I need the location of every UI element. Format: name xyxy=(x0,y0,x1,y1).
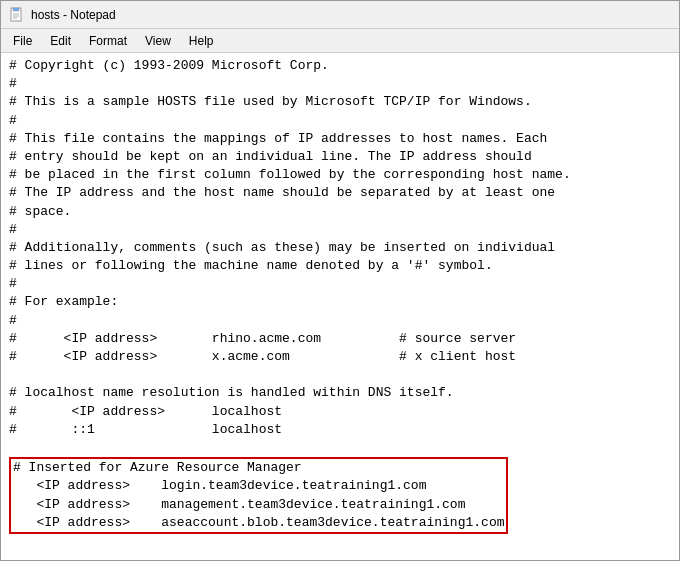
notepad-window: hosts - Notepad File Edit Format View He… xyxy=(0,0,680,561)
menu-file[interactable]: File xyxy=(5,32,40,50)
svg-rect-1 xyxy=(13,8,19,11)
window-title: hosts - Notepad xyxy=(31,8,116,22)
notepad-icon xyxy=(9,7,25,23)
menu-edit[interactable]: Edit xyxy=(42,32,79,50)
menu-bar: File Edit Format View Help xyxy=(1,29,679,53)
text-body: # Copyright (c) 1993-2009 Microsoft Corp… xyxy=(9,57,671,534)
highlighted-block: # Inserted for Azure Resource Manager <I… xyxy=(9,457,508,534)
text-editor[interactable]: # Copyright (c) 1993-2009 Microsoft Corp… xyxy=(1,53,679,560)
menu-format[interactable]: Format xyxy=(81,32,135,50)
menu-view[interactable]: View xyxy=(137,32,179,50)
menu-help[interactable]: Help xyxy=(181,32,222,50)
title-bar: hosts - Notepad xyxy=(1,1,679,29)
